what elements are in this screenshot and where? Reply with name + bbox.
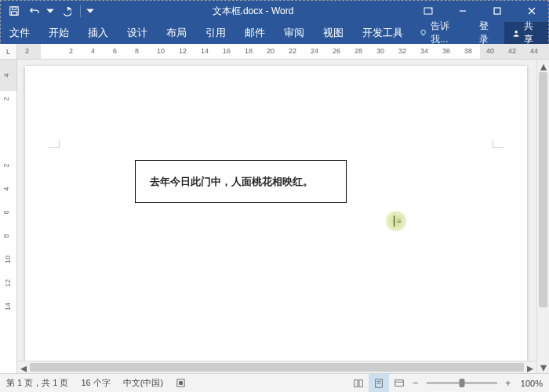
tab-insert[interactable]: 插入 xyxy=(78,22,118,44)
zoom-out-button[interactable]: − xyxy=(409,377,422,389)
zoom-slider-handle[interactable] xyxy=(459,379,464,387)
login-button[interactable]: 登录 xyxy=(471,22,505,44)
minimize-button[interactable] xyxy=(445,0,480,22)
svg-rect-18 xyxy=(395,379,404,386)
page-number-status[interactable]: 第 1 页，共 1 页 xyxy=(0,374,75,392)
scroll-down-button[interactable]: ▾ xyxy=(537,361,549,373)
print-layout-view[interactable] xyxy=(369,374,389,393)
zoom-level[interactable]: 100% xyxy=(514,379,549,388)
web-layout-view[interactable] xyxy=(389,374,409,393)
zoom-in-button[interactable]: + xyxy=(502,377,514,389)
macro-status[interactable] xyxy=(169,374,192,392)
svg-rect-2 xyxy=(12,12,17,15)
svg-rect-13 xyxy=(354,379,358,387)
tab-mailings[interactable]: 邮件 xyxy=(235,22,274,44)
tab-home[interactable]: 开始 xyxy=(39,22,78,44)
tab-developer[interactable]: 开发工具 xyxy=(353,22,413,44)
macro-icon xyxy=(176,378,186,388)
zoom-slider[interactable] xyxy=(427,382,497,384)
maximize-button[interactable] xyxy=(480,0,514,22)
tab-references[interactable]: 引用 xyxy=(196,22,235,44)
page[interactable]: 去年今日此门中，人面桃花相映红。 ≡ xyxy=(25,66,527,364)
undo-dropdown[interactable] xyxy=(45,2,55,20)
cursor-highlight: ≡ xyxy=(386,211,406,231)
ribbon-display-options[interactable] xyxy=(411,0,445,22)
svg-rect-5 xyxy=(494,8,500,14)
quick-access-toolbar xyxy=(0,2,95,20)
title-bar: 文本框.docx - Word xyxy=(0,0,549,22)
margin-guide-top-right xyxy=(493,140,504,148)
tab-layout[interactable]: 布局 xyxy=(157,22,196,44)
document-area[interactable]: 去年今日此门中，人面桃花相映红。 ≡ xyxy=(17,60,549,373)
lightbulb-icon xyxy=(419,28,427,38)
word-count-status[interactable]: 16 个字 xyxy=(75,374,116,392)
read-mode-view[interactable] xyxy=(348,374,369,393)
svg-rect-12 xyxy=(180,382,183,385)
svg-point-10 xyxy=(515,31,518,33)
vertical-ruler[interactable]: 4 2 2 4 6 8 10 12 14 xyxy=(0,60,17,373)
scroll-left-button[interactable]: ◂ xyxy=(17,361,30,374)
margin-guide-top-left xyxy=(49,140,60,148)
scroll-thumb-horizontal[interactable] xyxy=(30,363,524,372)
share-button[interactable]: 共享 xyxy=(504,22,549,44)
save-button[interactable] xyxy=(5,2,24,20)
text-box-content: 去年今日此门中，人面桃花相映红。 xyxy=(150,175,313,189)
scroll-right-button[interactable]: ▸ xyxy=(524,361,536,374)
ruler-corner: L xyxy=(0,44,17,60)
scroll-thumb-vertical[interactable] xyxy=(539,72,547,307)
language-status[interactable]: 中文(中国) xyxy=(117,374,169,392)
tab-file[interactable]: 文件 xyxy=(0,22,39,44)
redo-button[interactable] xyxy=(56,2,75,20)
ribbon-tabs: 文件 开始 插入 设计 布局 引用 邮件 审阅 视图 开发工具 告诉我... 登… xyxy=(0,22,549,44)
svg-rect-14 xyxy=(359,379,362,387)
tab-review[interactable]: 审阅 xyxy=(274,22,314,44)
tell-me-search[interactable]: 告诉我... xyxy=(413,22,471,44)
close-button[interactable] xyxy=(514,0,549,22)
undo-button[interactable] xyxy=(25,2,44,20)
tab-design[interactable]: 设计 xyxy=(118,22,157,44)
person-icon xyxy=(512,29,520,38)
svg-rect-1 xyxy=(12,7,16,10)
tab-view[interactable]: 视图 xyxy=(314,22,353,44)
horizontal-ruler[interactable]: L 22468101214161820222426283032343638404… xyxy=(0,44,549,60)
status-bar: 第 1 页，共 1 页 16 个字 中文(中国) − + 100% xyxy=(0,373,549,392)
scroll-up-button[interactable]: ▴ xyxy=(537,60,549,72)
window-title: 文本框.docx - Word xyxy=(95,5,411,18)
svg-point-8 xyxy=(421,30,426,34)
qat-customize[interactable] xyxy=(85,2,95,20)
text-box[interactable]: 去年今日此门中，人面桃花相映红。 xyxy=(135,160,347,203)
vertical-scrollbar[interactable]: ▴ ▾ xyxy=(536,60,549,373)
horizontal-scrollbar[interactable]: ◂ ▸ xyxy=(17,361,536,373)
